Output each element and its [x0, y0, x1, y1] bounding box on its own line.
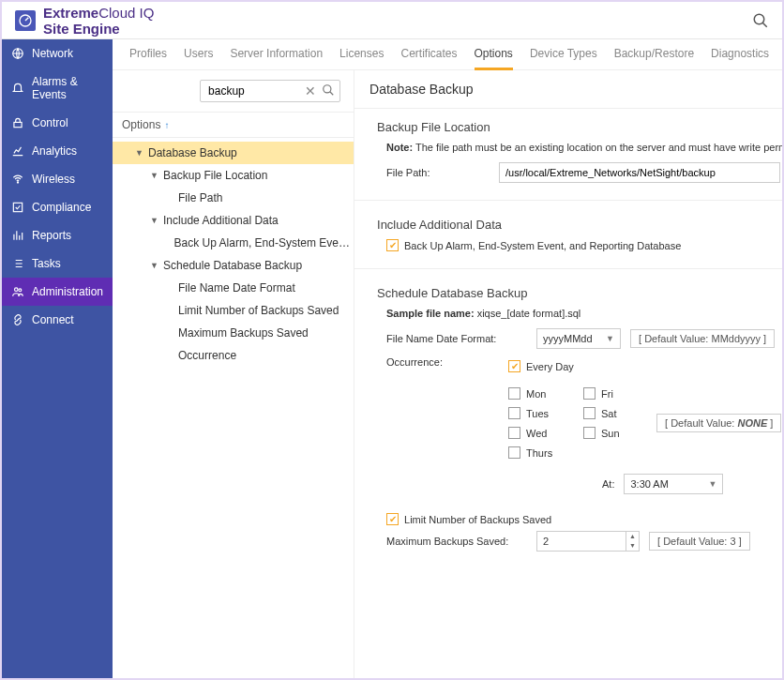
limit-backups-checkbox[interactable]: [386, 513, 399, 525]
tree-node-limit-backups[interactable]: Limit Number of Backups Saved: [113, 299, 354, 322]
sidebar-item-network[interactable]: Network: [2, 39, 113, 68]
tree-node-file-name-date-format[interactable]: File Name Date Format: [113, 277, 354, 299]
sidebar: Network Alarms & Events Control Analytic…: [2, 39, 113, 678]
fri-checkbox[interactable]: [583, 387, 596, 400]
every-day-checkbox[interactable]: [508, 360, 520, 372]
tree-label: Maximum Backups Saved: [178, 326, 309, 340]
tab-backup-restore[interactable]: Backup/Restore: [614, 47, 694, 69]
date-format-label: File Name Date Format:: [386, 333, 527, 344]
sidebar-item-compliance[interactable]: Compliance: [2, 193, 113, 221]
sort-asc-icon: ↑: [164, 120, 169, 130]
sidebar-item-reports[interactable]: Reports: [2, 221, 113, 249]
thu-checkbox[interactable]: [508, 446, 520, 459]
options-search-input[interactable]: [200, 80, 340, 102]
tree-node-occurrence[interactable]: Occurrence: [113, 344, 354, 367]
thu-label: Thurs: [526, 447, 552, 459]
section-heading: Backup File Location: [377, 120, 784, 134]
app-header: ExtremeCloud IQ Site Engine: [2, 2, 782, 39]
sun-label: Sun: [601, 428, 620, 439]
backup-alarm-label: Back Up Alarm, End-System Event, and Rep…: [404, 240, 681, 251]
tab-diagnostics[interactable]: Diagnostics: [711, 47, 769, 69]
sidebar-item-control[interactable]: Control: [2, 109, 113, 137]
note-text: The file path must be an existing locati…: [413, 142, 784, 153]
bar-chart-icon: [11, 229, 24, 242]
max-backups-input[interactable]: 2 ▲▼: [536, 531, 640, 552]
bell-icon: [11, 82, 24, 95]
chevron-down-icon: ▼: [606, 334, 614, 343]
tab-profiles[interactable]: Profiles: [129, 47, 167, 69]
sidebar-item-alarms[interactable]: Alarms & Events: [2, 68, 113, 109]
at-time-value: 3:30 AM: [630, 478, 668, 490]
tree-label: Backup File Location: [163, 169, 267, 182]
sidebar-item-label: Reports: [32, 229, 71, 242]
sidebar-item-tasks[interactable]: Tasks: [2, 249, 113, 278]
sat-checkbox[interactable]: [583, 407, 596, 419]
sidebar-item-label: Connect: [32, 313, 74, 326]
date-format-default: [ Default Value: MMddyyyy ]: [630, 329, 775, 348]
caret-down-icon: ▼: [150, 216, 163, 225]
file-path-note: Note: The file path must be an existing …: [386, 142, 784, 153]
brand-title: ExtremeCloud IQ Site Engine: [43, 5, 154, 37]
tree-node-max-backups[interactable]: Maximum Backups Saved: [113, 322, 354, 344]
step-down-icon[interactable]: ▼: [626, 541, 639, 551]
detail-pane: Database Backup Backup File Location Not…: [354, 70, 784, 678]
tree-node-database-backup[interactable]: ▼Database Backup: [113, 142, 354, 164]
sidebar-item-wireless[interactable]: Wireless: [2, 165, 113, 193]
tree-label: File Name Date Format: [178, 281, 295, 295]
sidebar-item-label: Compliance: [32, 201, 91, 214]
mon-checkbox[interactable]: [508, 387, 520, 400]
sidebar-item-connect[interactable]: Connect: [2, 306, 113, 334]
tue-label: Tues: [526, 408, 549, 419]
days-default: [ Default Value: NONE ]: [656, 414, 781, 432]
tab-device-types[interactable]: Device Types: [530, 47, 597, 69]
options-header-label: Options: [122, 118, 160, 131]
options-column-header[interactable]: Options↑: [113, 112, 354, 138]
sidebar-item-label: Tasks: [32, 257, 61, 270]
days-grid: Mon Fri Tues Sat Wed Sun Thurs: [508, 387, 640, 459]
tree-node-include-additional-data[interactable]: ▼Include Additional Data: [113, 209, 354, 232]
svg-rect-6: [13, 203, 22, 211]
sidebar-item-analytics[interactable]: Analytics: [2, 137, 113, 165]
search-icon[interactable]: [322, 83, 335, 97]
list-icon: [11, 257, 24, 270]
at-label: At:: [602, 478, 614, 490]
tree-label: Database Backup: [148, 146, 237, 159]
tree-label: File Path: [178, 191, 222, 204]
tab-users[interactable]: Users: [184, 47, 213, 69]
tab-licenses[interactable]: Licenses: [339, 47, 384, 69]
max-backups-default: [ Default Value: 3 ]: [649, 532, 750, 551]
filepath-input[interactable]: [499, 162, 780, 183]
caret-down-icon: ▼: [150, 171, 163, 180]
tree-node-file-path[interactable]: File Path: [113, 187, 354, 209]
sun-checkbox[interactable]: [583, 427, 596, 439]
occurrence-label: Occurrence:: [386, 355, 490, 368]
clear-icon[interactable]: ✕: [305, 83, 316, 98]
options-panel: ✕ Options↑ ▼Database Backup ▼Backup File…: [113, 70, 354, 678]
search-icon[interactable]: [752, 12, 769, 29]
step-up-icon[interactable]: ▲: [626, 532, 639, 541]
tree-node-schedule-database-backup[interactable]: ▼Schedule Database Backup: [113, 254, 354, 277]
tab-options[interactable]: Options: [475, 47, 513, 70]
tue-checkbox[interactable]: [508, 407, 520, 419]
wed-checkbox[interactable]: [508, 427, 520, 439]
globe-icon: [11, 47, 24, 60]
tree-label: Include Additional Data: [163, 214, 279, 227]
sidebar-item-label: Alarms & Events: [32, 75, 103, 101]
every-day-label: Every Day: [526, 361, 574, 372]
sidebar-item-label: Analytics: [32, 144, 77, 158]
section-heading: Include Additional Data: [377, 218, 784, 232]
sat-label: Sat: [601, 408, 617, 419]
tab-server-information[interactable]: Server Information: [230, 47, 323, 69]
tree-node-backup-file-location[interactable]: ▼Backup File Location: [113, 164, 354, 187]
tree-node-backup-alarm[interactable]: Back Up Alarm, End-System Event, and Rep…: [113, 232, 354, 254]
at-time-select[interactable]: 3:30 AM▼: [624, 474, 723, 494]
sample-bold: Sample file name:: [386, 308, 475, 319]
sample-filename: Sample file name: xiqse_[date format].sq…: [386, 308, 784, 319]
sidebar-item-administration[interactable]: Administration: [2, 278, 113, 306]
tab-certificates[interactable]: Certificates: [400, 47, 457, 69]
check-square-icon: [11, 201, 24, 214]
svg-line-10: [330, 92, 334, 96]
backup-alarm-checkbox[interactable]: [386, 239, 399, 251]
brand-part3: Site Engine: [43, 21, 154, 37]
date-format-select[interactable]: yyyyMMdd▼: [536, 328, 621, 349]
